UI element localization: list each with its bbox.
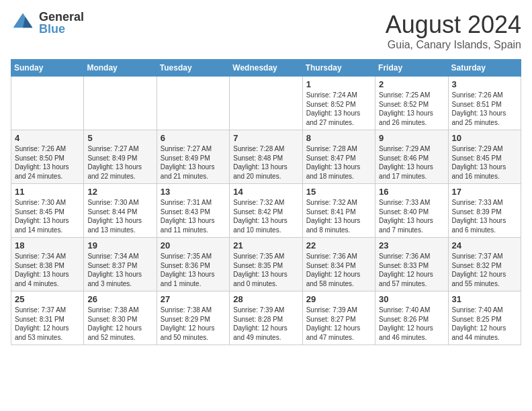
week-row-3: 11Sunrise: 7:30 AM Sunset: 8:45 PM Dayli… (11, 184, 521, 238)
calendar-cell (84, 77, 157, 130)
day-number: 27 (161, 294, 226, 304)
calendar-cell: 7Sunrise: 7:28 AM Sunset: 8:48 PM Daylig… (230, 130, 302, 184)
calendar-cell: 9Sunrise: 7:29 AM Sunset: 8:46 PM Daylig… (375, 130, 448, 184)
day-info: Sunrise: 7:30 AM Sunset: 8:44 PM Dayligh… (87, 198, 152, 234)
day-info: Sunrise: 7:36 AM Sunset: 8:33 PM Dayligh… (379, 252, 444, 288)
calendar-cell: 31Sunrise: 7:40 AM Sunset: 8:25 PM Dayli… (448, 291, 521, 345)
day-number: 30 (379, 294, 444, 304)
calendar-cell: 12Sunrise: 7:30 AM Sunset: 8:44 PM Dayli… (84, 184, 157, 238)
day-info: Sunrise: 7:30 AM Sunset: 8:45 PM Dayligh… (15, 198, 80, 234)
calendar-cell: 27Sunrise: 7:38 AM Sunset: 8:29 PM Dayli… (157, 291, 229, 345)
calendar-cell: 17Sunrise: 7:33 AM Sunset: 8:39 PM Dayli… (448, 184, 521, 238)
day-info: Sunrise: 7:32 AM Sunset: 8:42 PM Dayligh… (233, 198, 298, 234)
day-number: 8 (306, 133, 371, 143)
day-info: Sunrise: 7:29 AM Sunset: 8:45 PM Dayligh… (452, 144, 517, 181)
calendar-cell: 6Sunrise: 7:27 AM Sunset: 8:49 PM Daylig… (157, 130, 229, 184)
day-number: 13 (161, 187, 226, 197)
calendar-cell: 10Sunrise: 7:29 AM Sunset: 8:45 PM Dayli… (448, 130, 521, 184)
day-number: 31 (452, 294, 517, 304)
calendar-cell: 1Sunrise: 7:24 AM Sunset: 8:52 PM Daylig… (302, 77, 375, 130)
calendar-cell: 8Sunrise: 7:28 AM Sunset: 8:47 PM Daylig… (302, 130, 375, 184)
header-day-monday: Monday (84, 60, 157, 77)
day-info: Sunrise: 7:24 AM Sunset: 8:52 PM Dayligh… (306, 91, 371, 127)
day-info: Sunrise: 7:40 AM Sunset: 8:25 PM Dayligh… (452, 306, 517, 342)
day-info: Sunrise: 7:29 AM Sunset: 8:46 PM Dayligh… (379, 144, 444, 181)
header-day-sunday: Sunday (11, 60, 84, 77)
day-info: Sunrise: 7:26 AM Sunset: 8:50 PM Dayligh… (15, 144, 80, 181)
week-row-2: 4Sunrise: 7:26 AM Sunset: 8:50 PM Daylig… (11, 130, 521, 184)
day-number: 23 (379, 240, 444, 250)
logo-text: General Blue (39, 11, 84, 35)
day-number: 12 (87, 187, 152, 197)
day-info: Sunrise: 7:38 AM Sunset: 8:29 PM Dayligh… (161, 306, 226, 342)
day-number: 10 (452, 133, 517, 143)
calendar-cell: 21Sunrise: 7:35 AM Sunset: 8:35 PM Dayli… (230, 238, 302, 291)
day-info: Sunrise: 7:35 AM Sunset: 8:36 PM Dayligh… (161, 252, 226, 288)
day-info: Sunrise: 7:26 AM Sunset: 8:51 PM Dayligh… (452, 91, 517, 127)
day-info: Sunrise: 7:31 AM Sunset: 8:43 PM Dayligh… (161, 198, 226, 234)
day-number: 19 (87, 240, 152, 250)
day-info: Sunrise: 7:37 AM Sunset: 8:32 PM Dayligh… (452, 252, 517, 288)
day-info: Sunrise: 7:37 AM Sunset: 8:31 PM Dayligh… (15, 306, 80, 342)
day-info: Sunrise: 7:27 AM Sunset: 8:49 PM Dayligh… (161, 144, 226, 181)
header-day-wednesday: Wednesday (230, 60, 302, 77)
month-year-title: August 2024 (386, 11, 521, 39)
calendar-cell (157, 77, 229, 130)
day-info: Sunrise: 7:25 AM Sunset: 8:52 PM Dayligh… (379, 91, 444, 127)
calendar-cell: 18Sunrise: 7:34 AM Sunset: 8:38 PM Dayli… (11, 238, 84, 291)
day-number: 17 (452, 187, 517, 197)
day-number: 16 (379, 187, 444, 197)
week-row-1: 1Sunrise: 7:24 AM Sunset: 8:52 PM Daylig… (11, 77, 521, 130)
header: General Blue August 2024 Guia, Canary Is… (11, 11, 521, 51)
title-block: August 2024 Guia, Canary Islands, Spain (386, 11, 521, 51)
calendar-cell: 19Sunrise: 7:34 AM Sunset: 8:37 PM Dayli… (84, 238, 157, 291)
calendar-cell: 5Sunrise: 7:27 AM Sunset: 8:49 PM Daylig… (84, 130, 157, 184)
day-number: 22 (306, 240, 371, 250)
calendar-cell: 11Sunrise: 7:30 AM Sunset: 8:45 PM Dayli… (11, 184, 84, 238)
location-subtitle: Guia, Canary Islands, Spain (386, 39, 521, 51)
day-info: Sunrise: 7:33 AM Sunset: 8:39 PM Dayligh… (452, 198, 517, 234)
calendar-cell: 28Sunrise: 7:39 AM Sunset: 8:28 PM Dayli… (230, 291, 302, 345)
day-number: 14 (233, 187, 298, 197)
day-number: 26 (87, 294, 152, 304)
day-number: 20 (161, 240, 226, 250)
week-row-5: 25Sunrise: 7:37 AM Sunset: 8:31 PM Dayli… (11, 291, 521, 345)
calendar-cell (230, 77, 302, 130)
day-info: Sunrise: 7:28 AM Sunset: 8:48 PM Dayligh… (233, 144, 298, 181)
day-info: Sunrise: 7:28 AM Sunset: 8:47 PM Dayligh… (306, 144, 371, 181)
day-number: 5 (87, 133, 152, 143)
calendar-cell: 26Sunrise: 7:38 AM Sunset: 8:30 PM Dayli… (84, 291, 157, 345)
day-info: Sunrise: 7:32 AM Sunset: 8:41 PM Dayligh… (306, 198, 371, 234)
calendar-cell: 4Sunrise: 7:26 AM Sunset: 8:50 PM Daylig… (11, 130, 84, 184)
day-info: Sunrise: 7:40 AM Sunset: 8:26 PM Dayligh… (379, 306, 444, 342)
calendar-cell: 2Sunrise: 7:25 AM Sunset: 8:52 PM Daylig… (375, 77, 448, 130)
calendar-cell: 25Sunrise: 7:37 AM Sunset: 8:31 PM Dayli… (11, 291, 84, 345)
header-day-tuesday: Tuesday (157, 60, 229, 77)
day-info: Sunrise: 7:35 AM Sunset: 8:35 PM Dayligh… (233, 252, 298, 288)
day-number: 3 (452, 79, 517, 89)
calendar-cell: 13Sunrise: 7:31 AM Sunset: 8:43 PM Dayli… (157, 184, 229, 238)
logo: General Blue (11, 11, 84, 35)
calendar-cell (11, 77, 84, 130)
day-info: Sunrise: 7:33 AM Sunset: 8:40 PM Dayligh… (379, 198, 444, 234)
day-number: 21 (233, 240, 298, 250)
day-number: 1 (306, 79, 371, 89)
day-number: 6 (161, 133, 226, 143)
calendar-cell: 24Sunrise: 7:37 AM Sunset: 8:32 PM Dayli… (448, 238, 521, 291)
header-day-saturday: Saturday (448, 60, 521, 77)
calendar-cell: 3Sunrise: 7:26 AM Sunset: 8:51 PM Daylig… (448, 77, 521, 130)
day-number: 7 (233, 133, 298, 143)
calendar-cell: 20Sunrise: 7:35 AM Sunset: 8:36 PM Dayli… (157, 238, 229, 291)
calendar-cell: 14Sunrise: 7:32 AM Sunset: 8:42 PM Dayli… (230, 184, 302, 238)
day-number: 4 (15, 133, 80, 143)
day-number: 25 (15, 294, 80, 304)
day-info: Sunrise: 7:34 AM Sunset: 8:37 PM Dayligh… (87, 252, 152, 288)
day-number: 15 (306, 187, 371, 197)
calendar-table: SundayMondayTuesdayWednesdayThursdayFrid… (11, 59, 521, 345)
logo-general-text: General (39, 11, 84, 23)
day-number: 28 (233, 294, 298, 304)
logo-icon (11, 11, 35, 35)
day-info: Sunrise: 7:36 AM Sunset: 8:34 PM Dayligh… (306, 252, 371, 288)
day-number: 29 (306, 294, 371, 304)
logo-blue-text: Blue (39, 23, 84, 35)
